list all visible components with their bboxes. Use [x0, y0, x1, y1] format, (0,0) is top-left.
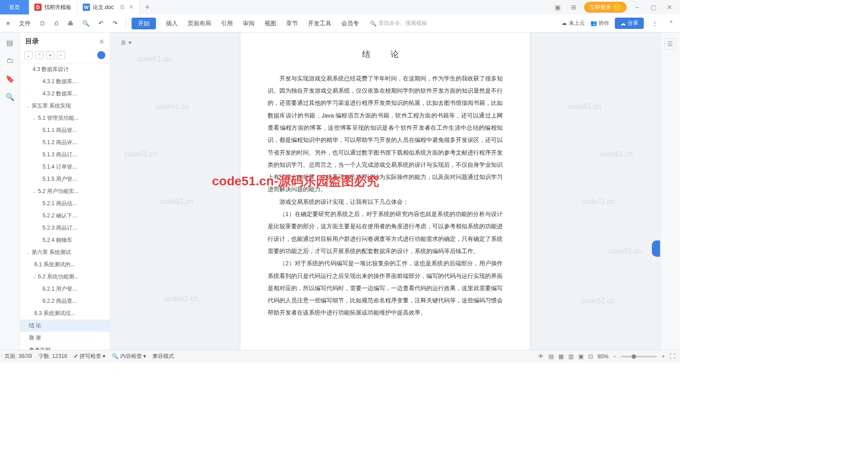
- outline-item[interactable]: 参考文献: [20, 344, 110, 350]
- minimize-icon[interactable]: −: [631, 4, 643, 11]
- outline-item[interactable]: 5.1.4 订单管...: [20, 161, 110, 173]
- outline-item[interactable]: 5.1.1 商品管...: [20, 124, 110, 136]
- menu-insert[interactable]: 插入: [165, 18, 179, 29]
- watermark: code51.cn: [124, 150, 157, 158]
- window-icon[interactable]: ⧉: [120, 4, 124, 11]
- layout3-icon[interactable]: ▥: [568, 353, 574, 360]
- outline-item[interactable]: 6.2.1 用户登...: [20, 283, 110, 295]
- zoom-slider[interactable]: [621, 356, 657, 358]
- outline-item[interactable]: 5.1.5 用户管...: [20, 173, 110, 185]
- close-icon[interactable]: ✕: [664, 4, 675, 11]
- zoom-in-icon[interactable]: +: [661, 353, 665, 360]
- folder-icon[interactable]: 🗀: [5, 56, 14, 65]
- outline-item[interactable]: 5.2.4 购物车: [20, 234, 110, 246]
- outline-item[interactable]: ⌄6.2 系统功能测...: [20, 271, 110, 283]
- document-area[interactable]: 🗎 ▾ 结 论 开发与实现游戏交易系统已经花费了半年时间，在这期间，作为学生的我…: [110, 33, 660, 350]
- doc-p2: 游戏交易系统的设计实现，让我有以下几点体会：: [268, 196, 503, 208]
- watermark: code51.cn: [581, 297, 615, 305]
- outline-add[interactable]: +: [46, 51, 54, 59]
- page-indicator[interactable]: 页面: 36/39: [5, 353, 32, 360]
- outline-item[interactable]: 5.2.3 商品订...: [20, 222, 110, 234]
- outline-item[interactable]: 4.3.1 数据库...: [20, 75, 110, 88]
- layout1-icon[interactable]: ▤: [548, 353, 554, 360]
- outline-item[interactable]: 4.3.2 数据库...: [20, 88, 110, 100]
- tab-template[interactable]: D 找稻壳模板: [29, 0, 77, 14]
- collapse-icon[interactable]: ⌃: [666, 18, 676, 28]
- outline-title: 目录: [25, 37, 39, 46]
- watermark: code51.cn: [165, 295, 198, 303]
- bookmark-icon[interactable]: 🔖: [5, 74, 14, 83]
- share-label: 分享: [627, 19, 638, 27]
- doc-menu-icon[interactable]: 🗎 ▾: [120, 39, 132, 46]
- tab-template-label: 找稻壳模板: [44, 4, 71, 11]
- layout2-icon[interactable]: ▦: [558, 353, 564, 360]
- cloud-status[interactable]: ☁ 未上云: [561, 19, 585, 27]
- zoom-level[interactable]: 80%: [598, 353, 609, 360]
- tab-home[interactable]: 首页: [0, 0, 29, 14]
- doc-p1: 开发与实现游戏交易系统已经花费了半年时间，在这期间，作为学生的我收获了很多知识。…: [268, 72, 503, 196]
- spellcheck[interactable]: ✔ 拼写检查 ▾: [74, 353, 106, 360]
- redo-icon[interactable]: ↷: [110, 18, 120, 28]
- login-button[interactable]: 立即登录: [584, 2, 627, 13]
- menu-layout[interactable]: 页面布局: [187, 18, 212, 29]
- tab-start[interactable]: 开始: [132, 18, 156, 29]
- find-icon[interactable]: 🔍: [5, 92, 14, 101]
- grid-icon[interactable]: ⊞: [568, 4, 580, 11]
- outline-item[interactable]: ⌄第五章 系统实现: [20, 100, 110, 112]
- print-icon[interactable]: 🖶: [65, 18, 76, 28]
- watermark: code51.cn: [568, 103, 601, 111]
- outline-item[interactable]: 5.2.1 商品信...: [20, 198, 110, 210]
- side-handle[interactable]: [652, 240, 660, 257]
- outline-item[interactable]: 6.3 系统测试结...: [20, 307, 110, 320]
- compat-mode[interactable]: 兼容模式: [152, 353, 174, 360]
- collab-button[interactable]: 👥 协作: [590, 19, 609, 27]
- outline-item[interactable]: 6.1 系统测试的...: [20, 259, 110, 271]
- file-menu[interactable]: 文件: [16, 18, 33, 29]
- outline-sync-icon[interactable]: [97, 51, 105, 59]
- menu-review[interactable]: 审阅: [242, 18, 255, 29]
- word-count[interactable]: 字数: 12318: [38, 353, 67, 360]
- outline-item[interactable]: 5.1.2 商品评...: [20, 136, 110, 149]
- maximize-icon[interactable]: ▢: [647, 4, 659, 11]
- outline-item[interactable]: ⌄5.1 管理员功能...: [20, 112, 110, 124]
- outline-item[interactable]: 结 论: [20, 320, 110, 332]
- undo-icon[interactable]: ↶: [96, 18, 106, 28]
- list-icon[interactable]: ☰: [665, 38, 676, 50]
- outline-remove[interactable]: −: [57, 51, 65, 59]
- more-icon[interactable]: ⋮: [649, 18, 660, 28]
- tab-document[interactable]: W 论文.doc ⧉ ✕: [77, 0, 140, 14]
- outline-icon[interactable]: ▤: [5, 38, 14, 47]
- outline-item[interactable]: 4.3 数据库设计: [20, 63, 110, 75]
- close-tab-icon[interactable]: ✕: [129, 4, 134, 11]
- new-tab[interactable]: +: [140, 0, 156, 14]
- panel-icon[interactable]: ▣: [552, 4, 563, 11]
- menu-ref[interactable]: 引用: [220, 18, 234, 29]
- search-input[interactable]: 🔍 查找命令、搜索模板: [370, 19, 451, 27]
- outline-close-icon[interactable]: ✕: [99, 38, 104, 45]
- search-icon: 🔍: [370, 20, 377, 27]
- outline-item[interactable]: ⌄第六章 系统测试: [20, 246, 110, 259]
- outline-item[interactable]: 5.2.2 确认下...: [20, 210, 110, 222]
- outline-collapse-all[interactable]: ⌄: [24, 51, 33, 59]
- outline-item[interactable]: 6.2.2 商品查...: [20, 295, 110, 307]
- menu-icon[interactable]: ≡: [4, 18, 13, 28]
- share-button[interactable]: ☁ 分享: [615, 18, 644, 29]
- outline-item[interactable]: ⌄5.2 用户功能实...: [20, 185, 110, 198]
- outline-expand-all[interactable]: ⌃: [35, 51, 43, 59]
- save-icon[interactable]: 🗋: [37, 18, 48, 28]
- outline-item[interactable]: 致 谢: [20, 332, 110, 344]
- left-rail: ▤ 🗀 🔖 🔍: [0, 33, 20, 350]
- eye-icon[interactable]: 👁: [538, 353, 544, 360]
- zoom-fit-icon[interactable]: ⊡: [588, 353, 593, 360]
- content-check[interactable]: 🔍 内容检查 ▾: [112, 353, 146, 360]
- menu-member[interactable]: 会员专: [340, 18, 360, 29]
- saveas-icon[interactable]: ⎙: [52, 18, 61, 28]
- zoom-out-icon[interactable]: −: [613, 353, 617, 360]
- preview-icon[interactable]: 🔍: [80, 18, 92, 28]
- menu-dev[interactable]: 开发工具: [307, 18, 332, 29]
- menu-view[interactable]: 视图: [264, 18, 277, 29]
- menu-chapter[interactable]: 章节: [285, 18, 299, 29]
- fullscreen-icon[interactable]: ⛶: [670, 353, 675, 360]
- layout4-icon[interactable]: ▣: [578, 353, 584, 360]
- outline-item[interactable]: 5.1.3 商品订...: [20, 149, 110, 161]
